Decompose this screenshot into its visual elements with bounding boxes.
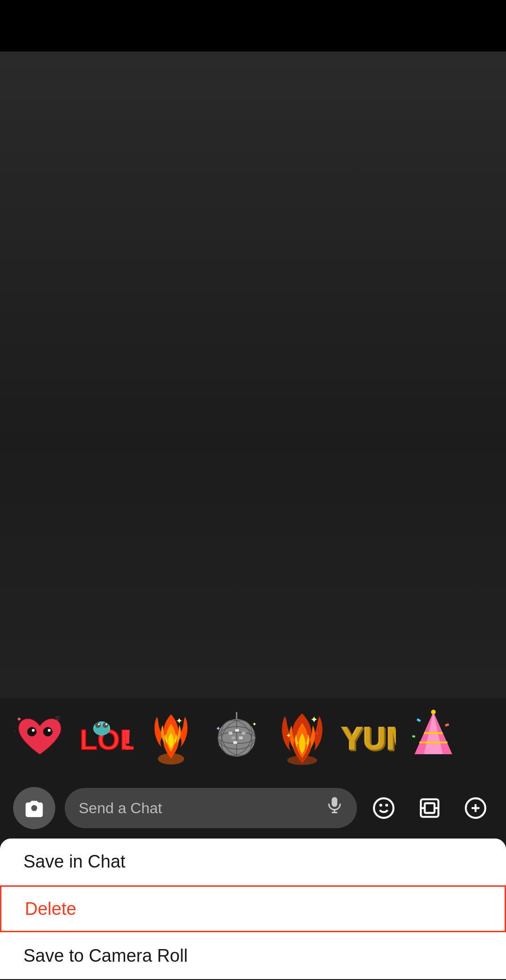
save-to-camera-roll-label: Save to Camera Roll: [23, 946, 188, 966]
sticker-party[interactable]: [403, 707, 464, 768]
svg-rect-23: [229, 732, 232, 735]
svg-text:·: ·: [316, 730, 318, 737]
sticker-fire[interactable]: ✦: [141, 707, 201, 768]
svg-text:♡: ♡: [55, 715, 60, 722]
chat-placeholder: Send a Chat: [79, 800, 319, 817]
svg-point-12: [103, 722, 108, 728]
save-in-chat-button[interactable]: Save in Chat: [0, 839, 506, 885]
svg-point-0: [27, 727, 37, 736]
svg-rect-25: [242, 732, 246, 735]
delete-button[interactable]: Delete: [0, 885, 506, 932]
toolbar-icon-group: [366, 791, 493, 825]
svg-point-13: [98, 723, 100, 725]
svg-text:✦: ✦: [216, 725, 221, 732]
svg-text:✦: ✦: [286, 732, 291, 739]
svg-point-50: [374, 798, 394, 818]
action-sheet-overlay: Save in Chat Delete Save to Camera Roll: [0, 839, 506, 980]
svg-point-1: [43, 727, 52, 736]
svg-rect-28: [233, 741, 237, 744]
sticker-yum[interactable]: YUM: [337, 707, 398, 768]
camera-preview: [0, 52, 506, 698]
action-sheet: Save in Chat Delete Save to Camera Roll: [0, 839, 506, 979]
svg-text:·: ·: [14, 729, 15, 734]
svg-text:✦: ✦: [252, 721, 257, 728]
svg-rect-24: [235, 729, 239, 732]
camera-icon: [24, 798, 45, 818]
add-button[interactable]: [458, 791, 493, 825]
svg-text:✦: ✦: [176, 716, 183, 726]
svg-text:YUM: YUM: [342, 721, 396, 756]
sticker-heart-eyes[interactable]: ✦ ♡ ·: [9, 707, 70, 768]
sticker-tray: ✦ ♡ · LOL ! ✦: [0, 698, 506, 778]
svg-rect-47: [332, 797, 337, 807]
status-bar: [0, 0, 506, 52]
microphone-icon[interactable]: [326, 796, 343, 821]
save-in-chat-label: Save in Chat: [23, 852, 126, 872]
save-to-camera-roll-button[interactable]: Save to Camera Roll: [0, 932, 506, 979]
svg-text:!: !: [123, 723, 133, 756]
svg-rect-27: [239, 736, 243, 739]
bottom-toolbar: Send a Chat: [0, 778, 506, 839]
sticker-fire2[interactable]: ✦ ✦ ·: [272, 707, 333, 768]
svg-text:·: ·: [218, 743, 219, 748]
emoji-button[interactable]: [366, 791, 401, 825]
svg-point-2: [32, 729, 35, 732]
svg-rect-46: [412, 735, 416, 737]
sticker-panel-button[interactable]: [412, 791, 447, 825]
sticker-lol[interactable]: LOL !: [75, 707, 136, 768]
svg-point-11: [95, 722, 101, 728]
svg-text:✦: ✦: [16, 715, 22, 723]
svg-point-14: [105, 723, 107, 725]
svg-point-43: [431, 710, 436, 714]
svg-point-3: [48, 729, 51, 732]
svg-text:✦: ✦: [310, 714, 318, 725]
chat-input-bar[interactable]: Send a Chat: [65, 788, 357, 828]
svg-rect-45: [445, 723, 449, 727]
delete-label: Delete: [25, 899, 76, 919]
svg-rect-26: [231, 736, 235, 739]
svg-rect-54: [425, 803, 435, 813]
sticker-disco-ball[interactable]: ✦ ✦ ·: [206, 707, 267, 768]
camera-button[interactable]: [13, 787, 55, 829]
svg-rect-44: [417, 718, 421, 722]
